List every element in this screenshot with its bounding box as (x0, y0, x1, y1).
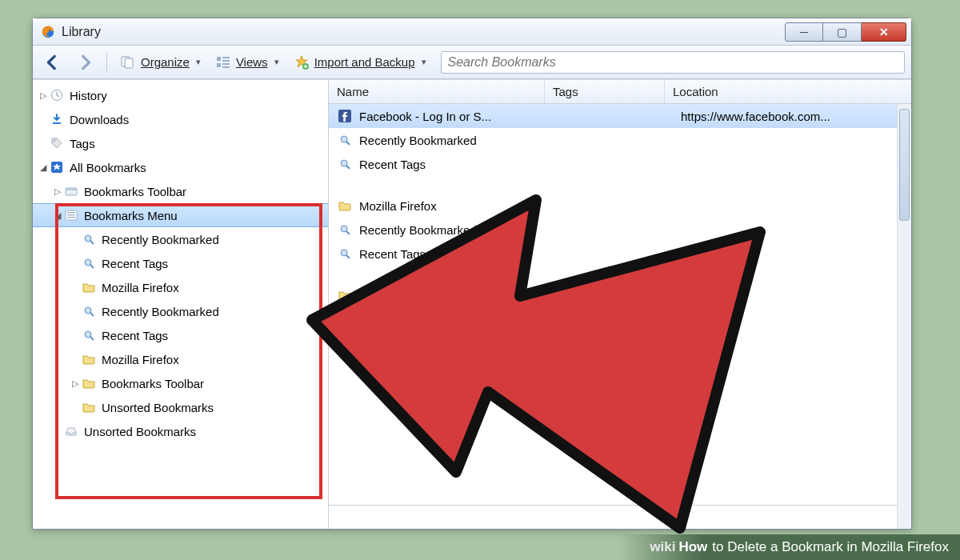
bookmark-list[interactable]: Facebook - Log In or S...https://www.fac… (329, 104, 911, 505)
views-menu[interactable]: Views ▾ (210, 52, 284, 73)
tree-recent-tags[interactable]: Recent Tags (33, 251, 328, 275)
views-icon (215, 54, 231, 70)
tree-bookmarks-menu[interactable]: ◢ Bookmarks Menu (33, 203, 328, 227)
item-name: B (359, 313, 561, 326)
tree-bookmarks-toolbar[interactable]: ▷ Bookmarks Toolbar (33, 371, 328, 395)
views-label: Views (236, 55, 268, 69)
chevron-down-icon: ▾ (274, 57, 279, 67)
tree-label: Downloads (70, 113, 129, 126)
maximize-button[interactable]: ▢ (823, 22, 862, 42)
details-pane (329, 505, 911, 529)
collapse-caret[interactable]: ◢ (52, 210, 63, 221)
caption-text: to Delete a Bookmark in Mozilla Firefox (712, 539, 949, 555)
tree-label: Bookmarks Menu (84, 209, 178, 222)
toolbar: Organize ▾ Views ▾ Import and Backup ▾ (33, 46, 911, 79)
inbox-icon (63, 423, 79, 439)
bookmark-star-icon (49, 159, 65, 175)
tree-all-bookmarks[interactable]: ◢ All Bookmarks (33, 155, 328, 179)
caption-how: How (678, 539, 707, 555)
col-name[interactable]: Name (329, 80, 545, 103)
chevron-down-icon: ▾ (196, 57, 201, 67)
close-button[interactable]: ✕ (862, 22, 906, 42)
item-location: https://www.facebook.com... (681, 110, 911, 123)
tree-history[interactable]: ▷ History (33, 83, 328, 107)
item-name: Recently Bookmarked (359, 223, 561, 237)
library-window: Library ─ ▢ ✕ Organize ▾ Views ▾ (32, 18, 912, 530)
back-button[interactable] (39, 51, 66, 74)
svg-point-20 (85, 235, 91, 242)
tree-tags[interactable]: Tags (33, 131, 328, 155)
list-item[interactable]: Facebook - Log In or S...https://www.fac… (329, 104, 911, 128)
search-input[interactable] (448, 55, 898, 70)
col-location[interactable]: Location (665, 80, 911, 103)
folder-icon (337, 311, 353, 327)
search-bookmarks[interactable] (441, 51, 905, 74)
list-item[interactable]: Recent Tags (329, 242, 911, 266)
svg-rect-6 (222, 60, 230, 62)
tree-label: Unsorted Bookmarks (84, 425, 196, 438)
svg-rect-2 (125, 58, 133, 68)
folder-icon (337, 198, 353, 214)
tree-mozilla-folder[interactable]: Mozilla Firefox (33, 347, 328, 371)
expand-caret[interactable]: ▷ (52, 186, 63, 197)
tree-recently-bookmarked[interactable]: Recently Bookmarked (33, 299, 328, 323)
col-tags[interactable]: Tags (545, 80, 665, 103)
item-name: Facebook - Log In or S... (359, 110, 561, 123)
clock-icon (49, 87, 65, 103)
tree-unsorted-bookmarks[interactable]: Unsorted Bookmarks (33, 395, 328, 419)
sidebar-tree[interactable]: ▷ History Downloads Tags ◢ All Bookmarks… (33, 80, 329, 529)
list-item[interactable]: B (329, 307, 911, 331)
toolbar-separator (106, 52, 107, 73)
scrollbar-thumb[interactable] (899, 109, 910, 221)
tree-bookmarks-toolbar[interactable]: ▷ Bookmarks Toolbar (33, 179, 328, 203)
tree-mozilla-folder[interactable]: Mozilla Firefox (33, 275, 328, 299)
item-name: Mozilla Firefox (359, 199, 561, 213)
svg-point-21 (85, 259, 91, 266)
list-item[interactable]: Mozilla Firefox (329, 283, 911, 307)
search-icon (81, 327, 97, 343)
svg-rect-4 (222, 57, 230, 58)
tree-label: All Bookmarks (70, 161, 146, 174)
list-item[interactable]: Recent Tags (329, 152, 911, 176)
tree-label: Bookmarks Toolbar (102, 377, 204, 390)
svg-rect-5 (217, 63, 221, 67)
tree-label: History (70, 89, 107, 102)
body: ▷ History Downloads Tags ◢ All Bookmarks… (33, 79, 911, 529)
import-backup-label: Import and Backup (314, 55, 415, 69)
search-icon (337, 132, 353, 148)
svg-rect-18 (67, 214, 75, 215)
svg-rect-8 (222, 66, 230, 68)
tree-recent-tags[interactable]: Recent Tags (33, 323, 328, 347)
svg-point-23 (85, 331, 91, 338)
search-icon (337, 222, 353, 238)
expand-caret[interactable]: ▷ (70, 378, 81, 389)
folder-icon (81, 375, 97, 391)
tree-label: Unsorted Bookmarks (102, 401, 214, 414)
search-icon (81, 255, 97, 271)
list-item[interactable]: Mozilla Firefox (329, 194, 911, 218)
chevron-down-icon: ▾ (422, 57, 426, 67)
column-headers: Name Tags Location (329, 80, 911, 104)
collapse-caret[interactable]: ◢ (38, 162, 49, 173)
download-icon (49, 111, 65, 127)
svg-rect-7 (222, 63, 230, 65)
tree-label: Recent Tags (102, 329, 168, 342)
minimize-button[interactable]: ─ (785, 22, 823, 42)
list-item[interactable]: Recently Bookmarked (329, 128, 911, 152)
svg-point-12 (54, 140, 55, 142)
tree-recently-bookmarked[interactable]: Recently Bookmarked (33, 227, 328, 251)
list-item[interactable]: Recently Bookmarked (329, 218, 911, 242)
svg-rect-17 (67, 212, 75, 213)
forward-button[interactable] (71, 51, 98, 74)
search-icon (337, 156, 353, 172)
tree-unsorted-bookmarks[interactable]: Unsorted Bookmarks (33, 419, 328, 443)
expand-caret[interactable]: ▷ (38, 90, 49, 101)
main-area: Name Tags Location Facebook - Log In or … (329, 80, 911, 529)
tree-label: Tags (70, 137, 95, 150)
vertical-scrollbar[interactable] (897, 104, 911, 529)
organize-label: Organize (141, 55, 190, 69)
organize-menu[interactable]: Organize ▾ (115, 52, 206, 73)
tree-downloads[interactable]: Downloads (33, 107, 328, 131)
firefox-icon (41, 25, 55, 39)
import-backup-menu[interactable]: Import and Backup ▾ (289, 52, 431, 73)
